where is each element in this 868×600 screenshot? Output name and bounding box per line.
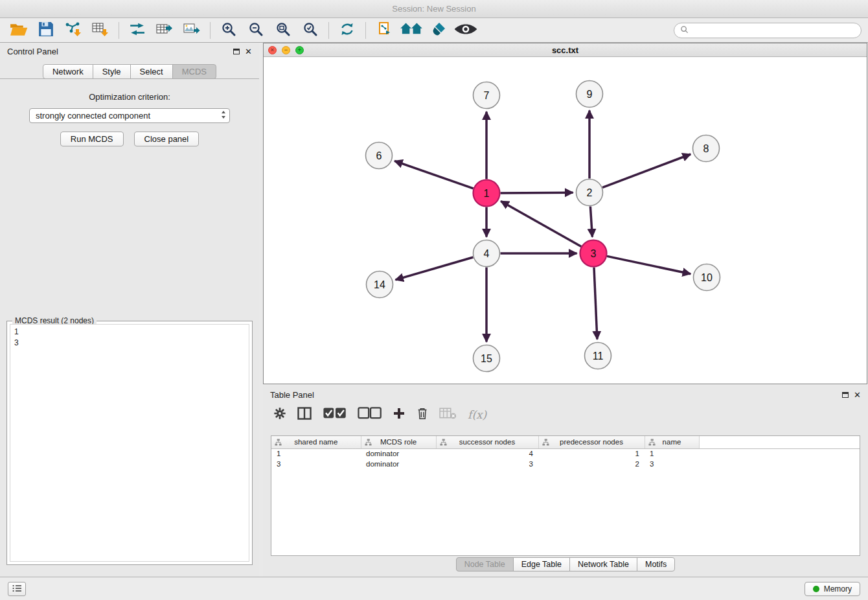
close-window-button[interactable]: ×	[268, 46, 277, 54]
table-row[interactable]: 3dominator323	[271, 459, 860, 469]
cell[interactable]: dominator	[361, 448, 436, 459]
close-table-panel-icon[interactable]: ✕	[854, 391, 861, 399]
column-header-shared-name[interactable]: shared name	[271, 436, 361, 448]
node-11[interactable]: 11	[585, 343, 611, 369]
status-bar: Memory	[0, 577, 868, 600]
open-file-button[interactable]	[6, 20, 31, 41]
home-view-button[interactable]	[399, 20, 424, 41]
export-table-button[interactable]	[152, 20, 177, 41]
cell[interactable]: 3	[645, 459, 699, 469]
node-10[interactable]: 10	[694, 264, 720, 291]
cell[interactable]: 4	[436, 448, 538, 459]
column-header-name[interactable]: name	[645, 436, 699, 448]
clear-columns-button	[439, 406, 457, 423]
import-network-button[interactable]	[61, 20, 86, 41]
column-header-successor-nodes[interactable]: successor nodes	[436, 436, 538, 448]
mcds-buttons-row: Run MCDS Close panel	[0, 132, 259, 146]
column-header-mcds-role[interactable]: MCDS role	[361, 436, 436, 448]
mcds-result-list: 13	[10, 324, 249, 562]
table-tab-edge-table[interactable]: Edge Table	[513, 557, 570, 571]
network-window-titlebar[interactable]: × − + scc.txt	[264, 43, 867, 57]
svg-text:7: 7	[484, 90, 490, 101]
cell[interactable]: dominator	[361, 459, 436, 469]
node-14[interactable]: 14	[367, 271, 393, 298]
deselect-all-button[interactable]	[358, 406, 382, 423]
cell[interactable]: 1	[645, 448, 699, 459]
close-panel-icon[interactable]: ✕	[245, 47, 252, 56]
cell[interactable]: 3	[271, 459, 361, 469]
column-header-predecessor-nodes[interactable]: predecessor nodes	[538, 436, 645, 448]
mcds-result-box: MCDS result (2 nodes) 13	[6, 321, 253, 565]
network-arrows-button[interactable]	[125, 20, 150, 41]
node-9[interactable]: 9	[577, 81, 603, 108]
cell[interactable]: 3	[436, 459, 538, 469]
deselect-all-icon	[358, 407, 382, 422]
column-header-filler	[699, 436, 860, 448]
edge-3-11[interactable]	[594, 268, 597, 340]
duplicate-network-button[interactable]	[372, 20, 396, 41]
refresh-button[interactable]	[335, 20, 360, 41]
window-titlebar[interactable]: Session: New Session	[0, 0, 868, 18]
node-table: shared nameMCDS rolesuccessor nodesprede…	[271, 436, 860, 469]
search-input[interactable]	[692, 26, 855, 35]
import-network-icon	[65, 21, 82, 40]
zoom-in-button[interactable]	[216, 20, 241, 41]
table-tab-node-table[interactable]: Node Table	[456, 557, 514, 571]
network-graph-canvas[interactable]: 1234678910111415	[264, 57, 867, 384]
show-panels-button[interactable]	[8, 582, 26, 596]
cell[interactable]: 2	[538, 459, 645, 469]
edge-3-1[interactable]	[501, 202, 581, 247]
node-7[interactable]: 7	[474, 82, 500, 109]
node-15[interactable]: 15	[474, 345, 500, 372]
tab-network[interactable]: Network	[43, 64, 93, 79]
zoom-window-button[interactable]: +	[295, 46, 304, 54]
node-1[interactable]: 1	[474, 180, 500, 207]
mcds-result-item[interactable]: 3	[14, 338, 245, 349]
float-panel-icon[interactable]	[233, 49, 240, 54]
paint-style-icon	[431, 21, 446, 40]
cell[interactable]: 1	[538, 448, 645, 459]
delete-row-button[interactable]	[417, 406, 428, 423]
refresh-icon	[339, 21, 355, 40]
cell[interactable]: 1	[271, 448, 361, 459]
export-image-button[interactable]	[179, 20, 204, 41]
edge-1-6[interactable]	[394, 161, 474, 189]
node-3[interactable]: 3	[580, 240, 607, 267]
tab-select[interactable]: Select	[130, 64, 173, 79]
edge-2-3[interactable]	[590, 207, 592, 237]
paint-style-button[interactable]	[426, 20, 451, 41]
add-row-button[interactable]	[393, 406, 405, 423]
node-8[interactable]: 8	[693, 135, 720, 162]
gear-button[interactable]	[273, 406, 286, 423]
zoom-out-button[interactable]	[244, 20, 268, 41]
table-tab-motifs[interactable]: Motifs	[637, 557, 675, 571]
optimization-criterion-dropdown[interactable]: strongly connected component	[29, 108, 230, 123]
run-mcds-button[interactable]: Run MCDS	[60, 132, 124, 146]
select-all-button[interactable]	[323, 406, 347, 423]
show-graphics-button[interactable]	[453, 20, 478, 41]
node-4[interactable]: 4	[474, 240, 500, 267]
save-session-button[interactable]	[34, 20, 58, 41]
tab-style[interactable]: Style	[93, 64, 131, 79]
home-view-icon	[400, 21, 423, 40]
node-2[interactable]: 2	[577, 179, 603, 206]
mcds-result-item[interactable]: 1	[14, 327, 245, 338]
close-panel-button[interactable]: Close panel	[134, 132, 200, 146]
edge-3-10[interactable]	[607, 256, 691, 273]
edge-2-8[interactable]	[602, 154, 691, 187]
column-layout-button[interactable]	[297, 406, 312, 423]
edge-1-2[interactable]	[501, 192, 573, 193]
tab-mcds[interactable]: MCDS	[172, 64, 216, 79]
table-tab-network-table[interactable]: Network Table	[569, 557, 637, 571]
dropdown-stepper-icon	[221, 110, 226, 121]
memory-button[interactable]: Memory	[805, 582, 860, 596]
minimize-window-button[interactable]: −	[282, 46, 290, 54]
search-box[interactable]	[674, 23, 862, 38]
import-table-button[interactable]	[88, 20, 113, 41]
node-6[interactable]: 6	[366, 143, 393, 169]
edge-4-14[interactable]	[396, 257, 474, 280]
zoom-selected-button[interactable]	[298, 20, 323, 41]
float-table-panel-icon[interactable]	[842, 392, 849, 398]
zoom-fit-button[interactable]	[271, 20, 295, 41]
table-row[interactable]: 1dominator411	[271, 448, 860, 459]
